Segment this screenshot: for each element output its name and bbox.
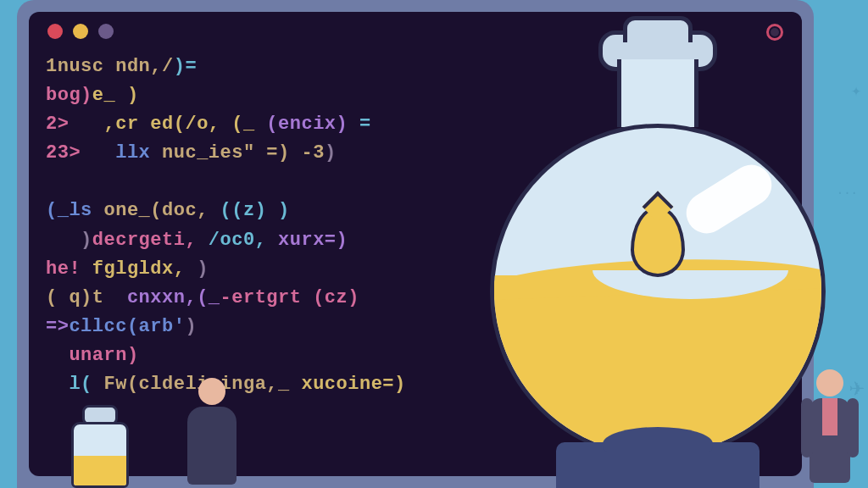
code-token: ((z) )	[209, 200, 290, 221]
code-token: ( q)t	[46, 287, 127, 308]
code-token: llx	[81, 142, 162, 164]
code-token: one_(doc,	[104, 200, 209, 221]
code-token: xucoine=)	[290, 374, 406, 395]
flask-stand	[556, 442, 760, 488]
code-gutter: 23>	[46, 142, 81, 164]
drop-icon	[631, 206, 685, 277]
minimize-dot[interactable]	[73, 24, 88, 39]
window-controls	[47, 24, 114, 39]
code-token: )	[46, 230, 92, 251]
person-left	[178, 378, 246, 488]
code-token: )	[185, 258, 208, 280]
small-bottle	[71, 405, 129, 488]
code-token: =	[348, 114, 370, 135]
code-gutter: 2>	[46, 114, 69, 135]
code-token: e_ )	[92, 85, 139, 106]
bg-decoration-icon: ✈	[849, 372, 865, 403]
maximize-dot[interactable]	[98, 24, 114, 39]
close-dot[interactable]	[47, 24, 63, 39]
small-bottle-liquid	[74, 456, 126, 485]
code-token: )	[185, 316, 197, 337]
code-token: =>	[46, 316, 69, 337]
code-token: (encix)	[266, 114, 348, 135]
flask-body	[490, 124, 826, 459]
code-token: /oc0,	[197, 230, 278, 251]
code-token: xurx=)	[278, 230, 348, 251]
code-token: )=	[174, 56, 197, 77]
flask-highlight	[679, 158, 780, 241]
code-token: cnxxn,(_	[127, 287, 220, 308]
code-token: l(	[46, 374, 104, 395]
code-token: cllcc(arb'	[69, 316, 185, 337]
small-bottle-body	[71, 422, 129, 488]
flask-illustration	[471, 22, 844, 488]
code-token: fglgldx,	[92, 258, 186, 280]
code-token: nuc_ies" =) -3	[162, 142, 325, 164]
code-token: )	[325, 142, 337, 164]
code-token: he!	[46, 258, 92, 280]
flask-neck	[617, 59, 698, 127]
code-token: 1nusc ndn,/	[46, 56, 174, 77]
bg-decoration-icon: ···	[837, 186, 858, 200]
code-token: ,cr ed(/o, (_	[69, 114, 266, 135]
code-token: -ertgrt (cz)	[220, 287, 359, 308]
code-token: decrgeti,	[92, 230, 197, 251]
bg-decoration-icon: ✦	[851, 80, 861, 101]
code-token: unarn)	[46, 345, 139, 366]
code-token: (_ls	[46, 200, 104, 221]
code-token: bog)	[46, 85, 92, 106]
